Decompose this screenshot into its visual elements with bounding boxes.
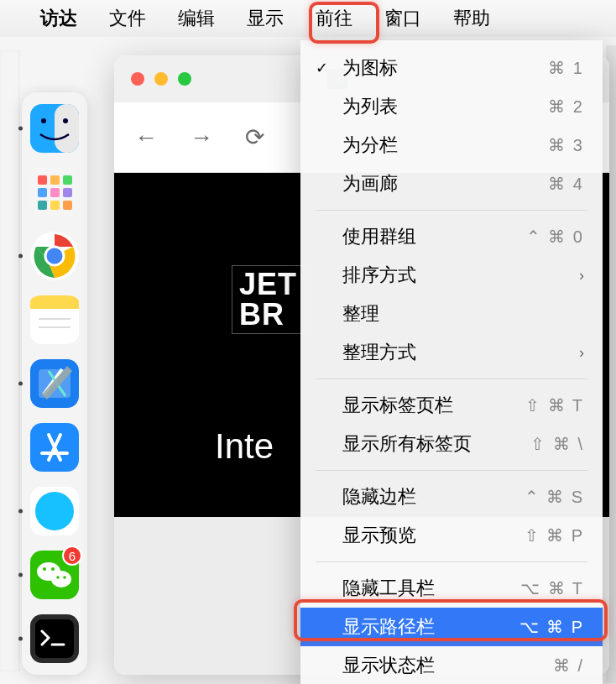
menu-separator (316, 210, 587, 211)
svg-rect-11 (38, 201, 47, 210)
menu-go[interactable]: 前往 (300, 3, 368, 34)
menu-show-tab-bar[interactable]: 显示标签页栏 ⇧ ⌘ T (300, 386, 603, 425)
dock-wechat-icon[interactable]: 6 (30, 551, 79, 599)
menu-file[interactable]: 文件 (94, 3, 161, 34)
menu-finder[interactable]: 访达 (25, 3, 92, 34)
running-indicator (18, 127, 23, 131)
wechat-badge: 6 (62, 546, 82, 566)
view-menu-dropdown: ✓ 为图标 ⌘ 1 为列表 ⌘ 2 为分栏 ⌘ 3 为画廊 ⌘ 4 使用群组 ⌃… (300, 40, 603, 684)
dock-appstore-icon[interactable] (30, 423, 79, 472)
running-indicator (18, 509, 23, 514)
dock-finder-icon[interactable] (30, 104, 79, 153)
svg-rect-6 (50, 175, 60, 185)
menu-show-path-bar[interactable]: 显示路径栏 ⌥ ⌘ P (300, 608, 603, 646)
svg-point-35 (63, 576, 66, 579)
menu-view[interactable]: 显示 (232, 3, 299, 34)
svg-point-31 (51, 571, 71, 587)
running-indicator (18, 637, 23, 641)
dock-launchpad-icon[interactable] (30, 168, 79, 217)
running-indicator (18, 573, 23, 577)
svg-point-3 (63, 118, 68, 123)
dock-chrome-icon[interactable] (30, 232, 79, 280)
menu-clean-up[interactable]: 整理 (300, 295, 603, 333)
menu-separator (316, 470, 587, 471)
menu-hide-sidebar[interactable]: 隐藏边栏 ⌃ ⌘ S (300, 478, 603, 516)
svg-point-33 (51, 567, 55, 571)
close-button[interactable] (131, 72, 144, 86)
menu-show-preview[interactable]: 显示预览 ⇧ ⌘ P (300, 516, 603, 555)
svg-rect-5 (38, 175, 47, 185)
back-button[interactable]: ← (134, 124, 158, 151)
menu-help[interactable]: 帮助 (438, 3, 505, 34)
menu-edit[interactable]: 编辑 (163, 3, 230, 34)
svg-rect-7 (63, 175, 72, 185)
menu-separator (316, 379, 587, 379)
submenu-arrow-icon: › (579, 267, 584, 285)
svg-rect-1 (55, 104, 79, 153)
svg-rect-8 (38, 188, 47, 197)
menu-use-groups[interactable]: 使用群组 ⌃ ⌘ 0 (300, 217, 603, 256)
svg-rect-10 (63, 188, 72, 197)
dock: 6 (22, 92, 87, 675)
menu-as-gallery[interactable]: 为画廊 ⌘ 4 (300, 164, 603, 203)
jetbrains-logo: JET BR (232, 265, 305, 334)
menu-window[interactable]: 窗口 (369, 3, 436, 34)
maximize-button[interactable] (178, 72, 191, 86)
dock-terminal-icon[interactable] (30, 614, 79, 663)
svg-point-32 (43, 567, 46, 571)
system-menubar: 访达 文件 编辑 显示 前往 窗口 帮助 (0, 0, 616, 37)
menu-separator (316, 561, 587, 562)
svg-rect-37 (35, 619, 74, 658)
menu-sort-by[interactable]: 排序方式 › (300, 256, 603, 295)
minimize-button[interactable] (154, 72, 168, 86)
logo-line1: JET (239, 269, 297, 300)
running-indicator (18, 254, 23, 258)
svg-rect-13 (63, 201, 72, 210)
dock-notes-icon[interactable] (30, 295, 79, 344)
checkmark-icon: ✓ (316, 59, 328, 77)
svg-rect-12 (50, 201, 60, 210)
menu-clean-up-by[interactable]: 整理方式 › (300, 333, 603, 372)
menu-as-icons[interactable]: ✓ 为图标 ⌘ 1 (300, 49, 603, 87)
svg-rect-20 (30, 304, 79, 309)
menu-show-all-tabs[interactable]: 显示所有标签页 ⇧ ⌘ \ (300, 425, 603, 463)
heading-text: Inte (215, 426, 274, 466)
logo-line2: BR (239, 300, 297, 330)
svg-point-34 (56, 576, 60, 579)
dock-safari-icon[interactable] (30, 487, 79, 535)
background-window-edge (0, 50, 20, 671)
reload-button[interactable]: ⟳ (245, 123, 264, 151)
menu-hide-toolbar[interactable]: 隐藏工具栏 ⌥ ⌘ T (300, 569, 603, 608)
menu-as-list[interactable]: 为列表 ⌘ 2 (300, 87, 603, 126)
running-indicator (18, 382, 23, 386)
svg-rect-9 (50, 188, 60, 197)
dock-xcode-icon[interactable] (30, 359, 79, 408)
menu-as-columns[interactable]: 为分栏 ⌘ 3 (300, 126, 603, 164)
submenu-arrow-icon: › (579, 344, 584, 362)
svg-point-2 (41, 118, 46, 123)
menu-show-status-bar[interactable]: 显示状态栏 ⌘ / (300, 646, 603, 684)
forward-button[interactable]: → (190, 124, 213, 151)
